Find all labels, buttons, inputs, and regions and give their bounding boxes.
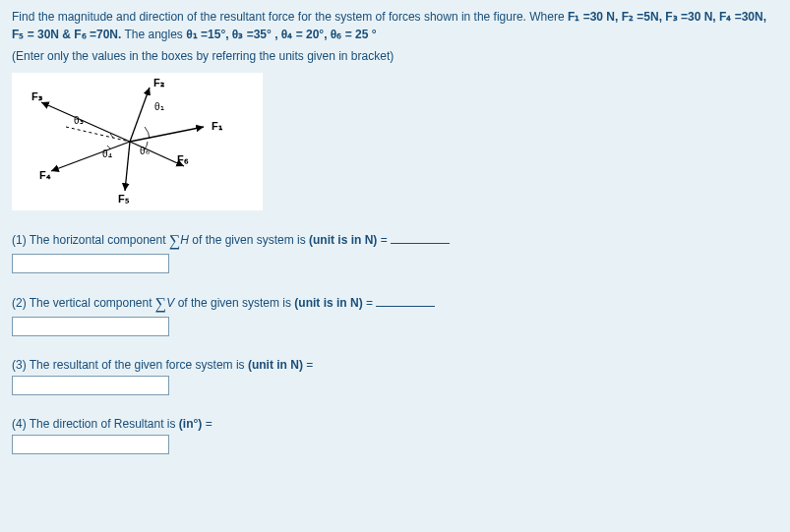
vector-f4 [51, 142, 130, 171]
q2-prefix: (2) The vertical component [12, 296, 155, 310]
problem-statement: Find the magnitude and direction of the … [12, 8, 778, 43]
q2-mid-text: of the given system is [178, 296, 295, 310]
q1-var: H [180, 233, 189, 247]
label-theta6: θ₆ [140, 146, 150, 156]
answer-input-3[interactable] [12, 376, 169, 395]
q3-equals: = [306, 358, 313, 372]
label-f1: F₁ [212, 120, 223, 132]
q4-prefix: (4) The direction of Resultant is [12, 417, 179, 431]
q2-equals: = [366, 296, 376, 310]
q1-unit: (unit is in N) [309, 233, 377, 247]
q3-prefix: (3) The resultant of the given force sys… [12, 358, 248, 372]
label-f4: F₄ [39, 169, 51, 181]
vector-f5 [125, 142, 130, 191]
sigma-icon: ∑ [169, 232, 180, 249]
intro-text-2: The angles [125, 28, 187, 41]
sigma-icon: ∑ [155, 295, 166, 312]
label-f3: F₃ [31, 90, 43, 102]
question-2: (2) The vertical component ∑V of the giv… [12, 295, 778, 313]
q1-prefix: (1) The horizontal component [12, 233, 169, 247]
reference-line [66, 127, 130, 142]
answer-input-2[interactable] [12, 317, 169, 336]
q2-unit: (unit is in N) [294, 296, 362, 310]
answer-input-1[interactable] [12, 254, 169, 273]
vector-f3 [41, 102, 130, 142]
arc-theta1 [145, 127, 150, 139]
instruction-text: (Enter only the values in the boxes by r… [12, 49, 778, 63]
label-theta3: θ₃ [74, 115, 84, 126]
blank-line [391, 234, 450, 244]
vector-f6 [130, 142, 184, 166]
q4-unit: (in°) [179, 417, 202, 431]
label-f2: F₂ [153, 77, 164, 89]
answer-input-4[interactable] [12, 435, 169, 454]
label-f5: F₅ [118, 193, 130, 205]
force-diagram: F₁ F₂ F₃ F₄ F₅ F₆ θ₁ θ₃ θ₄ θ₆ [12, 73, 263, 210]
question-3: (3) The resultant of the given force sys… [12, 358, 778, 372]
label-theta1: θ₁ [154, 101, 164, 112]
blank-line [376, 297, 435, 307]
label-f6: F₆ [177, 153, 189, 165]
vector-f2 [130, 88, 150, 142]
q4-equals: = [206, 417, 213, 431]
question-4: (4) The direction of Resultant is (in°) … [12, 417, 778, 431]
question-1: (1) The horizontal component ∑H of the g… [12, 232, 778, 250]
q3-unit: (unit in N) [248, 358, 303, 372]
intro-text-1: Find the magnitude and direction of the … [12, 10, 568, 24]
angles-values: θ₁ =15°, θ₃ =35° , θ₄ = 20°, θ₆ = 25 ° [186, 28, 376, 41]
diagram-svg: F₁ F₂ F₃ F₄ F₅ F₆ θ₁ θ₃ θ₄ θ₆ [12, 73, 263, 210]
q1-mid-text: of the given system is [192, 233, 309, 247]
q2-var: V [166, 296, 174, 310]
vector-f1 [130, 127, 204, 142]
q1-equals: = [381, 233, 391, 247]
label-theta4: θ₄ [102, 148, 112, 159]
